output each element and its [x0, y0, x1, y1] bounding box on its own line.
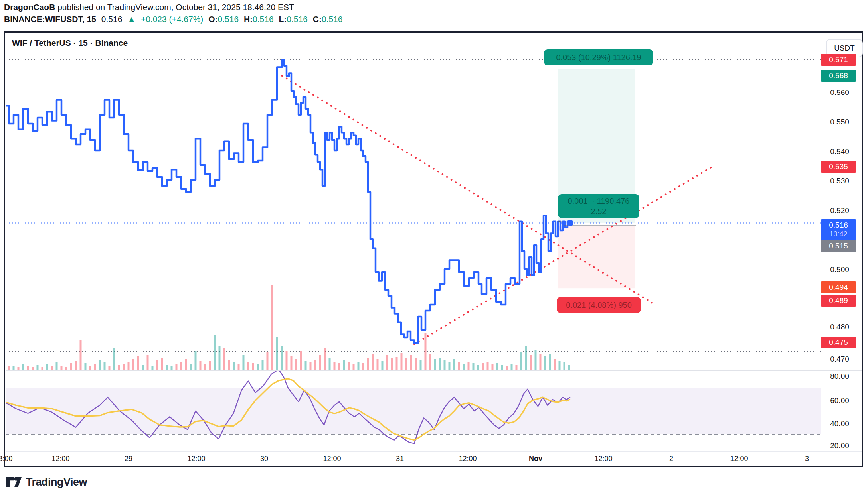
tradingview-logo-text: TradingView — [26, 476, 87, 488]
price-scale-label-0.560: 0.560 — [821, 88, 858, 97]
price-scale-label-80.00: 80.00 — [821, 372, 858, 381]
tradingview-published-chart: DragonCaoB published on TradingView.com,… — [0, 0, 868, 494]
price-scale-label-0.540: 0.540 — [821, 147, 858, 156]
position-entry-marker[interactable]: ~ — [558, 218, 562, 226]
price-scale-label-0.550: 0.550 — [821, 118, 858, 126]
price-scale-label-0.535: 0.535 — [821, 161, 856, 173]
price-scale-label-60.00: 60.00 — [821, 396, 858, 405]
price-scale-label-0.475: 0.475 — [821, 337, 856, 348]
countdown-timer: 13:42 — [821, 230, 856, 238]
tradingview-logo[interactable]: TradingView — [6, 475, 87, 489]
position-target-label[interactable]: 0.053 (10.29%) 1126.19 — [544, 49, 653, 65]
price-scale-label-0.515: 0.515 — [821, 240, 856, 252]
time-axis-label-2: 2 — [669, 455, 673, 463]
position-entry-line1: 0.001 ~ 1190.476 — [558, 196, 639, 206]
time-axis-label-12:00: 12:00 — [594, 455, 612, 463]
volume-bars — [3, 285, 570, 370]
time-axis-label-8:00: 8:00 — [0, 455, 13, 463]
price-scale-label-0.500: 0.500 — [821, 265, 858, 274]
time-axis-label-30: 30 — [260, 455, 268, 463]
position-risk-label[interactable]: 0.021 (4.08%) 950 — [557, 297, 641, 313]
time-axis-label-31: 31 — [396, 455, 404, 463]
price-scale-label-0.530: 0.530 — [821, 177, 858, 185]
time-axis-label-Nov: Nov — [529, 455, 542, 463]
price-scale-label-0.489: 0.489 — [821, 295, 856, 307]
price-scale-label-0.470: 0.470 — [821, 355, 858, 364]
price-scale-label-20.00: 20.00 — [821, 441, 858, 450]
price-line — [4, 60, 570, 343]
tradingview-logo-icon — [6, 475, 22, 489]
last-price-dot — [567, 220, 573, 226]
price-scale-label-0.520: 0.520 — [821, 206, 858, 215]
price-scale-label-0.571: 0.571 — [821, 54, 856, 66]
time-axis-label-12:00: 12:00 — [323, 455, 341, 463]
position-entry-line2: 2.52 — [558, 206, 639, 216]
price-scale-label-40.00: 40.00 — [821, 419, 858, 428]
chart-canvas[interactable] — [0, 0, 868, 494]
position-entry-label[interactable]: 0.001 ~ 1190.476 2.52 — [558, 194, 639, 218]
time-axis-label-12:00: 12:00 — [730, 455, 748, 463]
time-axis-label-12:00: 12:00 — [51, 455, 69, 463]
price-scale-label-0.568: 0.568 — [821, 70, 856, 82]
time-axis-label-3: 3 — [805, 455, 809, 463]
time-axis-label-29: 29 — [125, 455, 132, 463]
price-scale-label-0.516: 0.51613:42 — [821, 219, 856, 240]
time-axis-label-12:00: 12:00 — [187, 455, 205, 463]
price-scale-label-0.494: 0.494 — [821, 281, 856, 293]
time-axis-label-12:00: 12:00 — [459, 455, 477, 463]
chart-legend-title[interactable]: WIF / TetherUS · 15 · Binance — [12, 38, 128, 48]
price-scale-label-0.480: 0.480 — [821, 323, 858, 331]
